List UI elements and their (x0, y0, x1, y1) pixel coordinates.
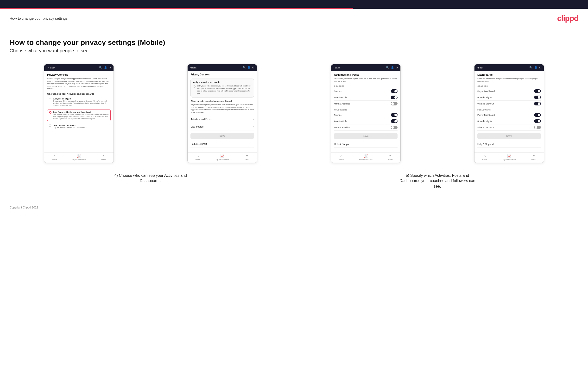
phone-group-3: ‹ Back 🔍 👤 ⚙ Activities and Posts Select… (296, 64, 435, 163)
back-label-3: Back (335, 66, 340, 69)
followers-rounds-toggle-3[interactable] (391, 113, 398, 117)
tab-performance-1[interactable]: 📈 My Performance (72, 154, 86, 161)
activities-posts-title: Activities and Posts (334, 73, 398, 76)
privacy-desc-1: Control how you and your data appears to… (47, 78, 111, 90)
menu-icon-2: ≡ (246, 154, 248, 158)
search-icon-2[interactable]: 🔍 (242, 66, 246, 69)
coaches-manual-label-3: Manual Activities (334, 103, 350, 105)
nav-activities-posts[interactable]: Activities and Posts › (190, 116, 254, 123)
phone-nav-4: ‹ Back 🔍 👤 ⚙ (475, 64, 544, 71)
popup-radio-2 (193, 85, 196, 88)
search-icon-4[interactable]: 🔍 (529, 66, 533, 69)
search-icon-1[interactable]: 🔍 (99, 66, 103, 69)
search-icon-3[interactable]: 🔍 (386, 66, 389, 69)
settings-icon-2[interactable]: ⚙ (252, 66, 254, 69)
user-icon-1[interactable]: 👤 (104, 66, 107, 69)
privacy-title-1: Privacy Controls (47, 73, 111, 76)
tab-home-2[interactable]: ⌂ Home (196, 154, 200, 161)
tab-performance-2[interactable]: 📈 My Performance (216, 154, 229, 161)
user-icon-2[interactable]: 👤 (247, 66, 251, 69)
save-button-2[interactable]: Save (190, 133, 254, 139)
show-hide-desc-2: Regardless of the privacy controls that … (190, 103, 254, 114)
phone-back-1[interactable]: ‹ < Back (47, 66, 55, 69)
followers-drills-toggle-3[interactable] (391, 119, 398, 123)
phones-row: ‹ < Back 🔍 👤 ⚙ Privacy Controls Control … (10, 64, 578, 163)
coaches-manual-toggle-3[interactable] (391, 102, 398, 105)
coaches-player-dash-label-4: Player Dashboard (477, 90, 495, 92)
phone-content-3: Activities and Posts Select the types of… (331, 71, 400, 152)
phone-back-4[interactable]: ‹ Back (477, 66, 483, 69)
help-support-2[interactable]: Help & Support (190, 141, 254, 148)
user-icon-3[interactable]: 👤 (391, 66, 394, 69)
coaches-rounds-label-3: Rounds (334, 90, 341, 92)
followers-manual-label-3: Manual Activities (334, 126, 350, 129)
help-support-3[interactable]: Help & Support (334, 141, 398, 148)
coaches-what-to-work-label-4: What To Work On (477, 103, 494, 105)
radio-coach-only[interactable]: Only You and Your Coach Only you and the… (47, 123, 111, 130)
settings-icon-4[interactable]: ⚙ (539, 66, 541, 69)
phone-nav-icons-3: 🔍 👤 ⚙ (386, 66, 398, 69)
save-button-3[interactable]: Save (334, 133, 398, 139)
radio-approved[interactable]: Only Approved Followers and Your Coach O… (47, 109, 111, 121)
header: How to change your privacy settings clip… (0, 9, 588, 27)
phone-popup-2: Only You and Your Coach Only you and the… (190, 79, 254, 98)
coaches-what-to-work-toggle-4[interactable] (534, 102, 541, 105)
followers-label-4: FOLLOWERS (477, 109, 541, 111)
settings-icon-1[interactable]: ⚙ (109, 66, 111, 69)
coaches-drills-toggle-3[interactable] (391, 96, 398, 99)
home-icon-4: ⌂ (484, 154, 485, 158)
coaches-manual-3: Manual Activities (334, 101, 398, 107)
tab-home-label-4: Home (482, 158, 487, 161)
footer: Copyright Clippd 2022 (0, 199, 588, 214)
radio-text-coach-only: Only You and Your Coach Only you and the… (53, 124, 87, 128)
tab-home-3[interactable]: ⌂ Home (339, 154, 344, 161)
tab-performance-3[interactable]: 📈 My Performance (359, 154, 372, 161)
back-arrow-4: ‹ (477, 66, 478, 69)
caption-left-area: 4) Choose who can see your Activities an… (10, 169, 292, 189)
privacy-controls-tab[interactable]: Privacy Controls (190, 73, 209, 77)
tab-menu-label-3: Menu (388, 158, 392, 161)
coaches-player-dash-toggle-4[interactable] (534, 89, 541, 93)
followers-player-dash-toggle-4[interactable] (534, 113, 541, 117)
back-label-1: < Back (48, 66, 55, 69)
nav-activities-arrow: › (253, 117, 254, 121)
performance-icon-2: 📈 (220, 154, 224, 158)
phone-bottom-bar-3: ⌂ Home 📈 My Performance ≡ Menu (331, 152, 400, 163)
tab-menu-2[interactable]: ≡ Menu (245, 154, 249, 161)
save-button-4[interactable]: Save (477, 133, 541, 139)
help-support-label-2: Help & Support (190, 143, 207, 145)
coaches-round-insights-toggle-4[interactable] (534, 96, 541, 99)
user-icon-4[interactable]: 👤 (534, 66, 537, 69)
tab-home-label-3: Home (339, 158, 344, 161)
main-content: How to change your privacy settings (Mob… (0, 27, 588, 199)
followers-manual-toggle-3[interactable] (391, 126, 398, 129)
caption-left: 4) Choose who can see your Activities an… (112, 173, 189, 189)
dashboards-title: Dashboards (477, 73, 541, 76)
radio-desc-coach-only: Only you and the coaches you connect wit… (53, 126, 87, 128)
followers-round-insights-toggle-4[interactable] (534, 119, 541, 123)
tab-performance-label-4: My Performance (503, 158, 516, 161)
tab-performance-4[interactable]: 📈 My Performance (503, 154, 516, 161)
tab-home-label-2: Home (196, 158, 200, 161)
settings-icon-3[interactable]: ⚙ (396, 66, 398, 69)
tab-menu-1[interactable]: ≡ Menu (101, 154, 106, 161)
phone-back-2[interactable]: ‹ Back (190, 66, 196, 69)
performance-icon-3: 📈 (364, 154, 368, 158)
phone-bottom-bar-1: ⌂ Home 📈 My Performance ≡ Menu (44, 152, 113, 163)
help-support-4[interactable]: Help & Support (477, 141, 541, 148)
tab-home-4[interactable]: ⌂ Home (482, 154, 487, 161)
radio-everyone[interactable]: Everyone on Clippd Everyone on Clippd ca… (47, 97, 111, 108)
tab-home-1[interactable]: ⌂ Home (52, 154, 57, 161)
tab-menu-4[interactable]: ≡ Menu (531, 154, 536, 161)
tab-performance-label-2: My Performance (216, 158, 229, 161)
phone-bottom-bar-4: ⌂ Home 📈 My Performance ≡ Menu (475, 152, 544, 163)
tab-menu-3[interactable]: ≡ Menu (388, 154, 392, 161)
followers-what-to-work-toggle-4[interactable] (534, 126, 541, 129)
performance-icon-4: 📈 (507, 154, 511, 158)
radio-circle-coach-only (49, 125, 51, 127)
phone-bottom-bar-2: ⌂ Home 📈 My Performance ≡ Menu (188, 152, 257, 163)
phone-back-3[interactable]: ‹ Back (334, 66, 340, 69)
nav-dashboards[interactable]: Dashboards › (190, 123, 254, 130)
coaches-rounds-toggle-3[interactable] (391, 89, 398, 93)
radio-title-approved: Only Approved Followers and Your Coach (53, 111, 109, 113)
